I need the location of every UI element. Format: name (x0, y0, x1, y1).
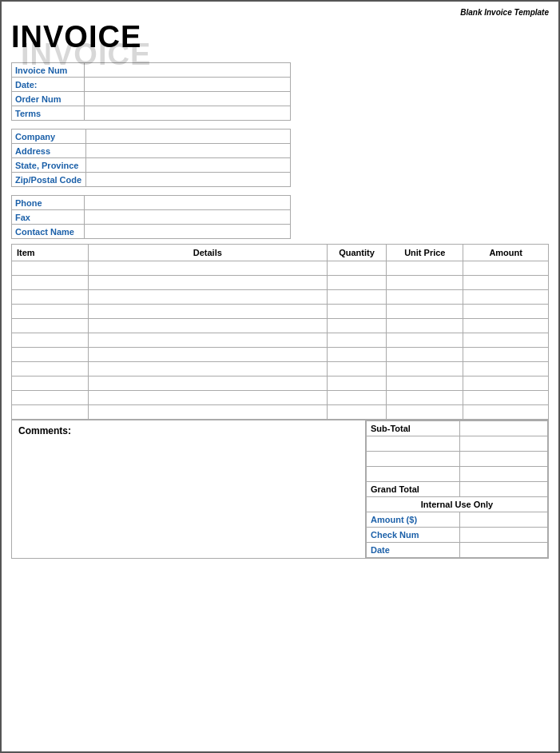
col-header-quantity: Quantity (327, 245, 387, 261)
table-row (12, 333, 549, 348)
subtotal-label: Sub-Total (367, 421, 460, 436)
comments-label: Comments: (18, 425, 71, 436)
amount-cell (463, 391, 549, 405)
extra-row-1 (367, 436, 548, 452)
info-label: Order Num (12, 92, 85, 106)
unit-price-cell (387, 348, 463, 362)
details-cell (89, 391, 328, 405)
info-block-2-row: Company (12, 129, 291, 144)
grand-total-value (460, 482, 548, 497)
amount-value (460, 512, 548, 528)
qty-cell (327, 405, 387, 420)
info-value (85, 92, 291, 106)
info-label: Company (12, 129, 86, 144)
amount-cell (463, 405, 549, 420)
grand-total-label: Grand Total (367, 482, 460, 497)
info-block-3-row: Phone (12, 196, 291, 210)
info-block-3-row: Contact Name (12, 225, 291, 239)
unit-price-cell (387, 290, 463, 305)
info-value (85, 196, 291, 210)
check-num-row: Check Num (367, 528, 548, 543)
item-cell (12, 391, 89, 405)
info-label: State, Province (12, 158, 86, 173)
info-value (85, 129, 290, 144)
qty-cell (327, 261, 387, 276)
info-block-2: CompanyAddressState, ProvinceZip/Postal … (11, 129, 291, 187)
qty-cell (327, 376, 387, 391)
info-block-1-row: Order Num (12, 92, 291, 106)
info-block-1-row: Terms (12, 106, 291, 121)
unit-price-cell (387, 261, 463, 276)
info-label: Date: (12, 78, 85, 92)
item-cell (12, 319, 89, 333)
item-cell (12, 333, 89, 348)
qty-cell (327, 319, 387, 333)
info-label: Contact Name (12, 225, 85, 239)
unit-price-cell (387, 319, 463, 333)
table-row (12, 348, 549, 362)
date-label: Date (367, 543, 460, 558)
qty-cell (327, 276, 387, 290)
unit-price-cell (387, 333, 463, 348)
invoice-title: INVOICE (11, 20, 549, 54)
items-table: Item Details Quantity Unit Price Amount (11, 244, 549, 420)
info-block-3-row: Fax (12, 210, 291, 225)
amount-cell (463, 276, 549, 290)
amount-cell (463, 305, 549, 319)
item-cell (12, 405, 89, 420)
item-cell (12, 362, 89, 376)
bottom-section: Comments: Sub-Total (11, 420, 549, 559)
info-value (85, 158, 290, 173)
item-cell (12, 348, 89, 362)
col-header-unit-price: Unit Price (387, 245, 463, 261)
amount-cell (463, 348, 549, 362)
item-cell (12, 290, 89, 305)
qty-cell (327, 333, 387, 348)
details-cell (89, 276, 328, 290)
details-cell (89, 362, 328, 376)
date-value (460, 543, 548, 558)
comments-section: Comments: (11, 420, 365, 559)
info-value (85, 210, 291, 225)
qty-cell (327, 391, 387, 405)
info-value (85, 106, 291, 121)
item-cell (12, 261, 89, 276)
qty-cell (327, 362, 387, 376)
amount-cell (463, 362, 549, 376)
details-cell (89, 348, 328, 362)
template-label: Blank Invoice Template (11, 8, 549, 17)
grand-total-row: Grand Total (367, 482, 548, 497)
internal-use-label: Internal Use Only (367, 497, 548, 512)
table-row (12, 261, 549, 276)
totals-section: Sub-Total Grand Total (365, 420, 549, 559)
details-cell (89, 333, 328, 348)
info-label: Zip/Postal Code (12, 173, 86, 187)
details-cell (89, 261, 328, 276)
info-block-2-row: Zip/Postal Code (12, 173, 291, 187)
internal-use-row: Internal Use Only (367, 497, 548, 512)
amount-row: Amount ($) (367, 512, 548, 528)
info-label: Fax (12, 210, 85, 225)
col-header-details: Details (89, 245, 328, 261)
details-cell (89, 376, 328, 391)
info-block-3: PhoneFaxContact Name (11, 195, 291, 239)
qty-cell (327, 305, 387, 319)
info-value (85, 225, 291, 239)
unit-price-cell (387, 362, 463, 376)
check-num-value (460, 528, 548, 543)
subtotal-value (460, 421, 548, 436)
unit-price-cell (387, 391, 463, 405)
info-label: Phone (12, 196, 85, 210)
item-cell (12, 305, 89, 319)
table-row (12, 391, 549, 405)
extra-row-2 (367, 452, 548, 467)
item-cell (12, 376, 89, 391)
details-cell (89, 319, 328, 333)
extra-row-3 (367, 467, 548, 482)
unit-price-cell (387, 276, 463, 290)
qty-cell (327, 348, 387, 362)
info-block-2-row: Address (12, 144, 291, 158)
details-cell (89, 405, 328, 420)
col-header-amount: Amount (463, 245, 549, 261)
item-cell (12, 276, 89, 290)
